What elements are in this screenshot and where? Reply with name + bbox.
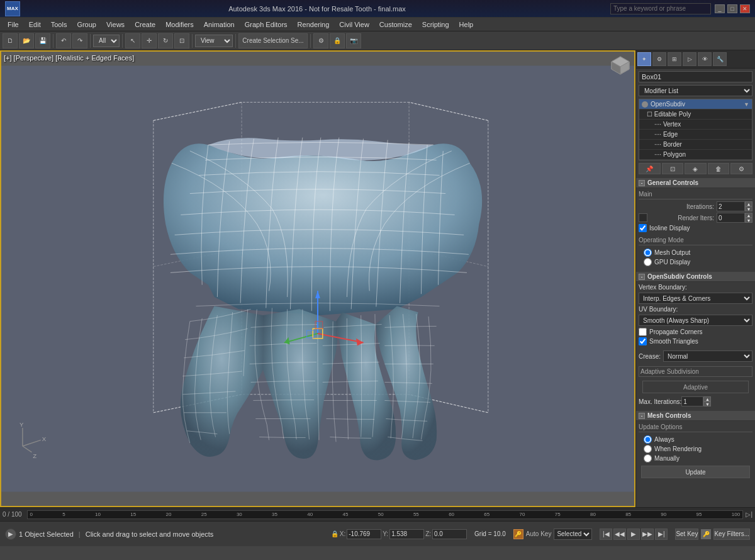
view-cube[interactable]	[609, 54, 632, 77]
rotate-button[interactable]: ↻	[158, 33, 173, 48]
max-iterations-down[interactable]: ▼	[703, 401, 711, 406]
opensubdiv-controls-header[interactable]: - OpenSubdiv Controls	[636, 272, 755, 282]
undo-button[interactable]: ↶	[56, 33, 71, 48]
menu-customize[interactable]: Customize	[374, 20, 417, 30]
hierarchy-tab-icon[interactable]: ⊞	[668, 52, 681, 66]
view-dropdown[interactable]: View	[195, 35, 233, 47]
modifier-list-dropdown[interactable]: Modifier List	[639, 85, 752, 96]
opensubdiv-collapse-btn[interactable]: -	[639, 274, 645, 280]
render-iters-down[interactable]: ▼	[745, 218, 752, 223]
update-button[interactable]: Update	[641, 466, 750, 478]
menu-views[interactable]: Views	[101, 20, 130, 30]
menu-civil-view[interactable]: Civil View	[334, 20, 374, 30]
mesh-controls-collapse-btn[interactable]: -	[639, 413, 645, 419]
stack-item-opensubdiv[interactable]: OpenSubdiv ▼	[639, 99, 752, 109]
adaptive-button[interactable]: Adaptive	[642, 381, 749, 393]
max-iterations-spinner[interactable]: ▲ ▼	[703, 396, 711, 406]
render-iters-spinner[interactable]: ▲ ▼	[745, 213, 752, 223]
pin-stack-button[interactable]: 📌	[639, 163, 661, 174]
render-iters-input[interactable]	[717, 213, 745, 223]
iterations-down[interactable]: ▼	[745, 206, 752, 211]
stack-item-border[interactable]: ···· Border	[639, 140, 752, 150]
crease-dropdown[interactable]: Normal	[663, 350, 752, 362]
next-key-button[interactable]: ▶▶	[641, 529, 654, 540]
object-name-input[interactable]	[639, 71, 752, 82]
max-iterations-input[interactable]	[681, 396, 703, 406]
move-button[interactable]: ✛	[142, 33, 157, 48]
key-icon[interactable]: 🔑	[513, 529, 523, 539]
stack-item-editable-poly[interactable]: ☐ Editable Poly	[639, 109, 752, 120]
max-iterations-up[interactable]: ▲	[703, 396, 711, 401]
viewport[interactable]: [+] [Perspective] [Realistic + Edged Fac…	[0, 50, 635, 507]
x-coord-input[interactable]	[347, 529, 381, 539]
selected-dropdown[interactable]: Selected	[554, 529, 592, 540]
menu-rendering[interactable]: Rendering	[293, 20, 335, 30]
prev-key-button[interactable]: ◀◀	[613, 529, 626, 540]
propagate-corners-checkbox[interactable]	[639, 328, 647, 336]
key-filters-button[interactable]: Key Filters...	[713, 529, 750, 540]
tb-extra-1[interactable]: ⚙	[313, 33, 328, 48]
timeline-end-btn[interactable]: ▷|	[746, 511, 752, 518]
remove-modifier-button[interactable]: 🗑	[708, 163, 730, 174]
uv-boundary-dropdown[interactable]: Smooth (Always Sharp)	[639, 315, 752, 326]
create-selection-button[interactable]: Create Selection Se...	[238, 33, 308, 48]
menu-edit[interactable]: Edit	[24, 20, 46, 30]
restore-button[interactable]: □	[727, 4, 737, 13]
stack-item-vertex[interactable]: ···· Vertex	[639, 120, 752, 130]
menu-modifiers[interactable]: Modifiers	[160, 20, 199, 30]
utilities-tab-icon[interactable]: 🔧	[713, 52, 727, 66]
render-iters-up[interactable]: ▲	[745, 213, 752, 218]
iterations-up[interactable]: ▲	[745, 201, 752, 206]
minimize-button[interactable]: _	[715, 4, 725, 13]
menu-scripting[interactable]: Scripting	[417, 20, 454, 30]
menu-create[interactable]: Create	[130, 20, 160, 30]
menu-help[interactable]: Help	[454, 20, 479, 30]
modify-tab-icon[interactable]: ⚙	[652, 52, 666, 66]
when-rendering-radio[interactable]	[644, 445, 652, 453]
gpu-display-radio[interactable]	[644, 258, 652, 266]
menu-animation[interactable]: Animation	[199, 20, 240, 30]
selection-filter-dropdown[interactable]: All	[93, 35, 120, 47]
general-controls-header[interactable]: - General Controls	[636, 178, 755, 188]
menu-tools[interactable]: Tools	[46, 20, 72, 30]
manually-radio[interactable]	[644, 454, 652, 462]
mesh-controls-header[interactable]: - Mesh Controls	[636, 411, 755, 421]
smooth-triangles-checkbox[interactable]	[639, 337, 647, 345]
prev-frame-button[interactable]: |◀	[600, 529, 612, 540]
new-button[interactable]: 🗋	[3, 33, 18, 48]
isoline-checkbox[interactable]	[639, 224, 647, 232]
make-unique-button[interactable]: ◈	[685, 163, 707, 174]
redo-button[interactable]: ↷	[72, 33, 87, 48]
open-button[interactable]: 📂	[19, 33, 34, 48]
z-coord-input[interactable]	[432, 529, 467, 539]
play-btn[interactable]: ▶	[5, 529, 16, 540]
show-end-result-button[interactable]: ⊡	[662, 163, 684, 174]
set-key-button[interactable]: Set Key	[675, 529, 698, 540]
iterations-spinner[interactable]: ▲ ▼	[745, 201, 752, 211]
menu-group[interactable]: Group	[72, 20, 101, 30]
menu-file[interactable]: File	[3, 20, 24, 30]
scale-button[interactable]: ⊡	[174, 33, 189, 48]
render-iters-checkbox[interactable]	[639, 213, 647, 222]
mesh-output-radio[interactable]	[644, 249, 652, 257]
y-coord-input[interactable]	[389, 529, 424, 539]
menu-graph-editors[interactable]: Graph Editors	[240, 20, 293, 30]
timeline-track[interactable]: 0 5 10 15 20 25 30 35 40 45 50 55 60 65 …	[27, 510, 744, 519]
iterations-input[interactable]	[717, 201, 745, 211]
display-tab-icon[interactable]: 👁	[698, 52, 712, 66]
tb-extra-2[interactable]: 🔒	[330, 33, 345, 48]
play-anim-button[interactable]: ▶	[627, 529, 640, 540]
next-frame-button[interactable]: ▶|	[655, 529, 668, 540]
select-button[interactable]: ↖	[125, 33, 140, 48]
create-tab-icon[interactable]: ✦	[637, 52, 651, 66]
configure-modifier-button[interactable]: ⚙	[730, 163, 752, 174]
motion-tab-icon[interactable]: ▷	[683, 52, 696, 66]
search-input[interactable]	[610, 3, 711, 14]
stack-item-edge[interactable]: ···· Edge	[639, 130, 752, 140]
tb-extra-3[interactable]: 📷	[346, 33, 361, 48]
always-radio[interactable]	[644, 435, 652, 444]
close-button[interactable]: ✕	[740, 4, 750, 13]
stack-item-polygon[interactable]: ···· Polygon	[639, 150, 752, 160]
save-button[interactable]: 💾	[35, 33, 50, 48]
collapse-btn[interactable]: -	[639, 180, 645, 186]
